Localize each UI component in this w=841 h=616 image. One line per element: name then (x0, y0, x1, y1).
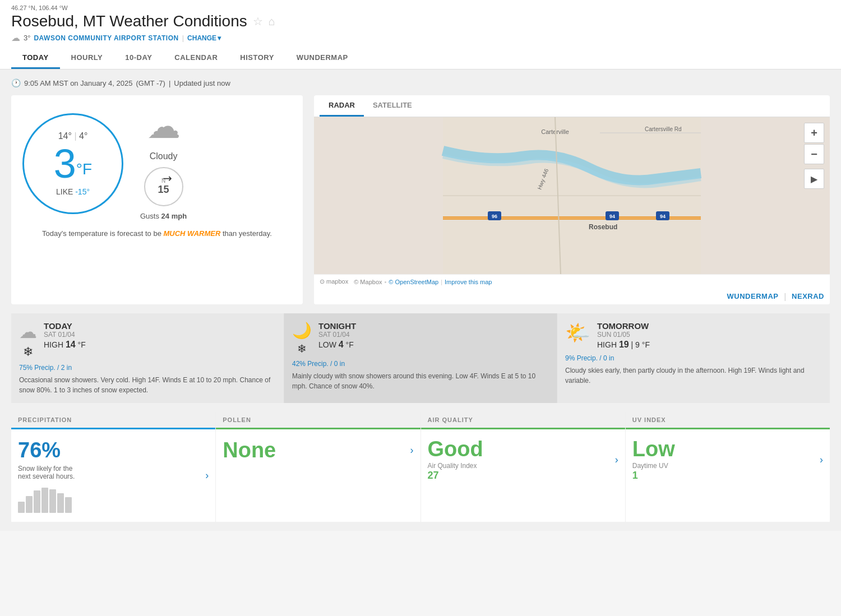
forecast-prefix: Today's temperature is forecast to be (42, 229, 161, 238)
map-play-button[interactable]: ▶ (804, 169, 824, 189)
current-temp: 3 (54, 141, 76, 186)
air-quality-header: AIR QUALITY (421, 412, 625, 429)
pollen-card: POLLEN None › (216, 412, 420, 522)
svg-text:94: 94 (660, 214, 666, 219)
forecast-suffix: than yesterday. (223, 229, 272, 238)
tonight-description: Mainly cloudy with snow showers around t… (292, 371, 549, 391)
wundermap-link[interactable]: WUNDERMAP (727, 292, 779, 301)
updated-text: Updated just now (174, 79, 230, 87)
city-name: Rosebud, MT Weather Conditions (11, 12, 247, 30)
forecast-header-tonight: 🌙 ❄ TONIGHT SAT 01/04 LOW 4 °F (292, 321, 549, 355)
mapbox-logo: ⊙ mapbox (320, 278, 348, 285)
forecast-card-today: ☁ ❄ TODAY SAT 01/04 HIGH 14 °F 75% Preci… (11, 313, 284, 403)
nav-tabs: TODAY HOURLY 10-DAY CALENDAR HISTORY WUN… (11, 48, 830, 69)
forecast-text: Today's temperature is forecast to be MU… (22, 228, 292, 239)
today-precip-link[interactable]: 75% Precip. / 2 in (19, 364, 276, 372)
high-low-row: 14° | 4° (58, 131, 88, 141)
precip-bar (41, 488, 48, 513)
current-weather-panel: 14° | 4° 3°F LIKE -15° ☁ Cloudy (11, 95, 303, 304)
separator: | (182, 34, 184, 42)
feels-like-label: LIKE (56, 187, 73, 196)
station-link[interactable]: DAWSON COMMUNITY AIRPORT STATION (34, 34, 178, 42)
feels-like-row: LIKE -15° (56, 187, 90, 196)
main-content: 🕐 9:05 AM MST on January 4, 2025 (GMT -7… (0, 70, 841, 531)
tab-history[interactable]: HISTORY (229, 48, 285, 69)
gusts-text: Gusts 24 mph (140, 212, 187, 220)
current-time: 9:05 AM MST on January 4, 2025 (24, 79, 132, 87)
map-tab-row: RADAR SATELLITE (314, 95, 830, 117)
tomorrow-description: Cloudy skies early, then partly cloudy i… (565, 365, 822, 386)
condition-cloud-icon: ☁ (147, 106, 181, 146)
precipitation-card: PRECIPITATION 76% Snow likely for the ne… (11, 412, 216, 522)
precip-bar (65, 497, 72, 513)
precipitation-desc: Snow likely for the next several hours. (18, 465, 85, 480)
uv-index-card: UV INDEX Low Daytime UV 1 › (626, 412, 830, 522)
tonight-forecast-info: TONIGHT SAT 01/04 LOW 4 °F (318, 321, 356, 350)
tab-hourly[interactable]: HOURLY (60, 48, 114, 69)
tonight-temp: LOW 4 °F (318, 340, 356, 350)
today-cloud-icon: ☁ (19, 321, 37, 342)
uv-index-number: 1 (632, 470, 675, 481)
tomorrow-label: TOMORROW (597, 321, 650, 331)
map-credits: ⊙ mapbox © Mapbox • © OpenStreetMap | Im… (320, 278, 492, 285)
tomorrow-temp: HIGH 19 | 9 °F (597, 340, 650, 350)
precip-bar (26, 496, 33, 513)
air-quality-sub-label: Air Quality Index (428, 462, 483, 470)
station-row: ☁ 3° DAWSON COMMUNITY AIRPORT STATION | … (11, 33, 830, 43)
map-tab-satellite[interactable]: SATELLITE (364, 95, 421, 117)
gusts-value: 24 mph (161, 212, 187, 220)
tonight-label: TONIGHT (318, 321, 356, 331)
wind-circle: ↗ N 15 (144, 167, 183, 206)
top-header: 46.27 °N, 106.44 °W Rosebud, MT Weather … (0, 0, 841, 70)
home-icon[interactable]: ⌂ (269, 15, 275, 28)
tab-wundermap[interactable]: WUNDERMAP (285, 48, 359, 69)
tonight-precip-link[interactable]: 42% Precip. / 0 in (292, 360, 549, 368)
temp-unit: °F (76, 160, 92, 178)
map-zoom-in-button[interactable]: + (804, 123, 824, 143)
tab-calendar[interactable]: CALENDAR (163, 48, 229, 69)
precip-bar (18, 502, 25, 513)
pollen-chevron-icon[interactable]: › (410, 444, 414, 456)
today-snow-icon: ❄ (23, 345, 33, 359)
uv-index-header: UV INDEX (626, 412, 830, 429)
air-quality-card: AIR QUALITY Good Air Quality Index 27 › (421, 412, 626, 522)
station-temp: 3° (24, 34, 30, 42)
nexrad-link[interactable]: NEXRAD (792, 292, 824, 301)
precipitation-body: 76% Snow likely for the next several hou… (11, 429, 215, 522)
precipitation-chevron-icon[interactable]: › (205, 470, 209, 481)
map-container: 96 94 94 Hwy 446 Carterville Cartersvill… (314, 117, 830, 274)
map-zoom-out-button[interactable]: − (804, 144, 824, 164)
city-title-row: Rosebud, MT Weather Conditions ☆ ⌂ (11, 12, 830, 30)
improve-map-link[interactable]: Improve this map (445, 279, 492, 285)
air-quality-chevron-icon[interactable]: › (615, 454, 618, 466)
forecast-card-tomorrow: 🌤️ TOMORROW SUN 01/05 HIGH 19 | 9 °F 9% … (557, 313, 830, 403)
forecast-cards: ☁ ❄ TODAY SAT 01/04 HIGH 14 °F 75% Preci… (11, 313, 830, 403)
tab-today[interactable]: TODAY (11, 48, 60, 69)
uv-index-sub-label: Daytime UV (632, 462, 675, 470)
uv-index-main: Low Daytime UV 1 (632, 438, 675, 481)
air-quality-index: 27 (428, 470, 483, 481)
feels-like-temp: -15° (75, 187, 90, 196)
map-footer: ⊙ mapbox © Mapbox • © OpenStreetMap | Im… (314, 274, 830, 289)
air-quality-body: Good Air Quality Index 27 › (421, 429, 625, 490)
tab-10day[interactable]: 10-DAY (114, 48, 163, 69)
today-label: TODAY (44, 321, 86, 331)
tonight-snow-icon: ❄ (297, 342, 307, 355)
osm-link[interactable]: © OpenStreetMap (389, 279, 438, 285)
tomorrow-precip-link[interactable]: 9% Precip. / 0 in (565, 354, 822, 362)
tomorrow-forecast-info: TOMORROW SUN 01/05 HIGH 19 | 9 °F (597, 321, 650, 350)
precipitation-header: PRECIPITATION (11, 412, 215, 429)
map-tab-radar[interactable]: RADAR (320, 95, 364, 117)
forecast-card-tonight: 🌙 ❄ TONIGHT SAT 01/04 LOW 4 °F 42% Preci… (284, 313, 557, 403)
weather-section: 14° | 4° 3°F LIKE -15° ☁ Cloudy (11, 95, 830, 304)
temp-display: 14° | 4° 3°F LIKE -15° ☁ Cloudy (22, 106, 292, 220)
map-image: 96 94 94 Hwy 446 Carterville Cartersvill… (314, 117, 830, 274)
separator: | (169, 79, 170, 87)
favorite-star-icon[interactable]: ☆ (253, 15, 263, 28)
svg-text:94: 94 (609, 214, 615, 219)
uv-index-chevron-icon[interactable]: › (820, 454, 823, 466)
map-bottom-links: WUNDERMAP | NEXRAD (314, 289, 830, 304)
coordinates: 46.27 °N, 106.44 °W (11, 4, 830, 11)
air-quality-value: Good (428, 438, 483, 460)
change-button[interactable]: CHANGE ▾ (187, 34, 221, 42)
